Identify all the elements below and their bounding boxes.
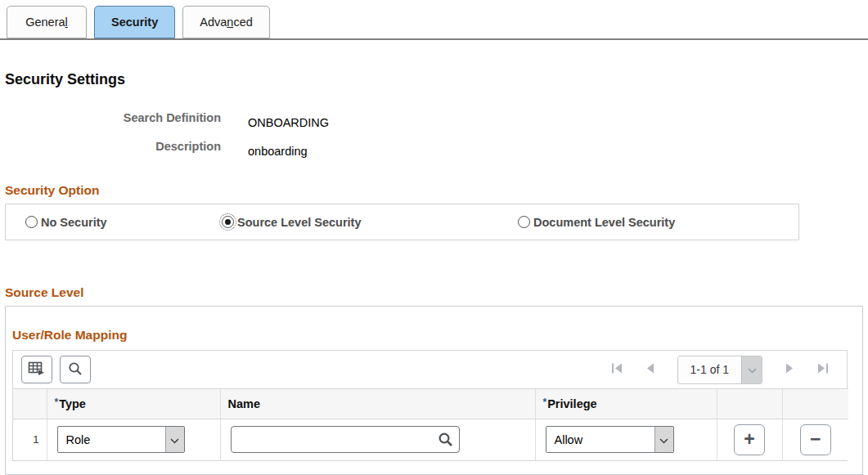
- next-page-icon: [785, 362, 794, 377]
- pagination-range-control: 1-1 of 1: [677, 356, 762, 384]
- privilege-select[interactable]: Allow: [546, 426, 674, 453]
- grid-toolbar-buttons: [21, 356, 91, 383]
- user-role-mapping-table: *Type Name *Privilege 1: [13, 388, 848, 460]
- pagination-range-label: 1-1 of 1: [678, 356, 741, 383]
- first-page-button[interactable]: [611, 362, 623, 377]
- radio-label: Source Level Security: [237, 216, 362, 229]
- search-definition-row: Search Definition ONBOARDING: [5, 111, 868, 129]
- grid-action-menu-button[interactable]: [21, 356, 52, 383]
- type-column-header: *Type: [47, 389, 220, 419]
- radio-icon[interactable]: [518, 216, 530, 228]
- grid-action-icon: [28, 361, 46, 379]
- chevron-down-icon: [659, 433, 668, 446]
- chevron-down-icon: [170, 433, 179, 446]
- radio-label: No Security: [41, 216, 107, 229]
- find-icon: [68, 361, 83, 379]
- security-option-heading: Security Option: [5, 183, 868, 198]
- add-column-header: [717, 389, 782, 419]
- previous-page-button[interactable]: [645, 362, 655, 377]
- previous-page-icon: [645, 362, 655, 377]
- radio-option-no-security[interactable]: No Security: [25, 216, 222, 229]
- name-lookup-icon[interactable]: [438, 432, 453, 450]
- tab-general[interactable]: General: [7, 6, 87, 38]
- name-input[interactable]: [231, 426, 460, 453]
- source-level-box: User/Role Mapping: [5, 306, 863, 475]
- type-select-dropdown-button[interactable]: [165, 427, 184, 452]
- grid-find-button[interactable]: [60, 356, 91, 383]
- radio-label: Document Level Security: [533, 216, 675, 229]
- remove-row-button[interactable]: −: [800, 424, 831, 455]
- pagination-dropdown-button[interactable]: [741, 356, 762, 383]
- source-level-heading: Source Level: [5, 285, 868, 300]
- search-definition-value: ONBOARDING: [248, 111, 329, 129]
- type-select[interactable]: Role: [57, 426, 185, 453]
- user-role-mapping-grid: 1-1 of 1: [12, 350, 848, 461]
- type-select-value: Role: [58, 427, 165, 452]
- tab-advanced-label: Advanced: [200, 16, 253, 29]
- radio-option-source-level-security[interactable]: Source Level Security: [222, 216, 518, 229]
- name-lookup-field: [231, 426, 460, 453]
- grid-toolbar: 1-1 of 1: [13, 351, 847, 388]
- description-row: Description onboarding: [5, 140, 868, 158]
- first-page-icon: [611, 362, 623, 377]
- description-value: onboarding: [248, 140, 308, 158]
- grid-pagination: 1-1 of 1: [611, 356, 829, 384]
- remove-column-header: [782, 389, 848, 419]
- tab-security[interactable]: Security: [94, 6, 175, 38]
- search-definition-label: Search Definition: [5, 111, 221, 129]
- tab-security-label: Security: [111, 16, 158, 29]
- name-column-header: Name: [220, 389, 535, 419]
- radio-icon[interactable]: [25, 216, 38, 228]
- privilege-column-header: *Privilege: [535, 389, 717, 419]
- radio-icon-selected[interactable]: [222, 216, 234, 228]
- description-label: Description: [5, 140, 221, 158]
- next-page-button[interactable]: [785, 362, 794, 377]
- page-title: Security Settings: [5, 71, 868, 88]
- radio-option-document-level-security[interactable]: Document Level Security: [518, 216, 675, 229]
- privilege-select-dropdown-button[interactable]: [654, 427, 673, 452]
- row-number: 1: [13, 419, 47, 460]
- add-row-button[interactable]: +: [734, 424, 765, 455]
- required-field-marker: *: [543, 397, 547, 408]
- user-role-mapping-heading: User/Role Mapping: [12, 328, 856, 343]
- page-content: Security Settings Search Definition ONBO…: [0, 71, 868, 475]
- tab-general-label: General: [25, 16, 68, 29]
- last-page-icon: [816, 362, 829, 377]
- table-row: 1 Role: [13, 419, 848, 460]
- row-number-header: [13, 389, 47, 419]
- tab-advanced[interactable]: Advanced: [182, 6, 270, 38]
- table-header-row: *Type Name *Privilege: [13, 389, 848, 419]
- tab-bar: General Security Advanced: [0, 0, 868, 40]
- dropdown-chevron-icon: [748, 363, 757, 376]
- privilege-select-value: Allow: [546, 427, 654, 452]
- security-option-group: No Security Source Level Security Docume…: [5, 204, 799, 240]
- required-field-marker: *: [55, 397, 59, 408]
- last-page-button[interactable]: [816, 362, 829, 377]
